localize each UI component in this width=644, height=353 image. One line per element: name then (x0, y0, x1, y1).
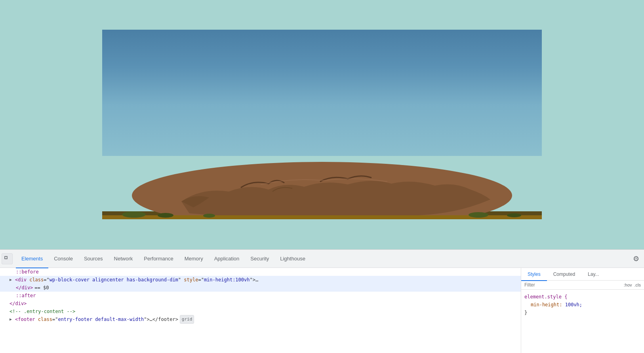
tab-security[interactable]: Security (245, 250, 274, 268)
grid-badge: grid (180, 315, 194, 324)
tab-application[interactable]: Application (209, 250, 245, 268)
tab-elements[interactable]: Elements (16, 250, 48, 268)
hov-button[interactable]: :hov (624, 283, 632, 287)
styles-panel: Styles Computed Lay... :hov .cls element… (521, 268, 644, 353)
svg-point-5 (469, 212, 488, 218)
styles-tab-styles[interactable]: Styles (521, 268, 547, 281)
styles-tab-layout[interactable]: Lay... (581, 268, 605, 281)
styles-tab-computed[interactable]: Computed (547, 268, 581, 281)
styles-filter-bar: :hov .cls (521, 281, 644, 290)
tab-sources[interactable]: Sources (78, 250, 109, 268)
styles-content-area: element.style { min-height: 100vh; } (521, 290, 644, 353)
dom-line-div-close: </div> == $0 (0, 284, 521, 292)
image-sky (102, 30, 542, 156)
browser-viewport (0, 0, 644, 249)
dom-line-comment: <!-- .entry-content --> (0, 307, 521, 315)
svg-point-6 (507, 213, 521, 217)
svg-point-7 (203, 214, 215, 218)
devtools-content-area: ::before ▶ <div class="wp-block-cover al… (0, 268, 644, 353)
tab-network[interactable]: Network (109, 250, 139, 268)
tab-memory[interactable]: Memory (179, 250, 209, 268)
page-preview-image (102, 30, 542, 224)
dom-line-div-cover[interactable]: ▶ <div class="wp-block-cover aligncenter… (0, 276, 521, 284)
image-rock (102, 156, 542, 214)
styles-tabs-bar: Styles Computed Lay... (521, 268, 644, 281)
svg-point-3 (122, 211, 146, 218)
dom-line-before: ::before (0, 268, 521, 276)
svg-point-4 (158, 213, 173, 218)
element-style-rule: element.style { min-height: 100vh; } (524, 293, 641, 317)
cls-button[interactable]: .cls (634, 283, 641, 287)
tab-performance[interactable]: Performance (138, 250, 179, 268)
dom-line-after: ::after (0, 292, 521, 300)
tab-lighthouse[interactable]: Lighthouse (274, 250, 311, 268)
dom-line-div-close2: </div> (0, 300, 521, 307)
devtools-settings-button[interactable]: ⚙ (630, 252, 642, 265)
dom-tree-panel[interactable]: ::before ▶ <div class="wp-block-cover al… (0, 268, 521, 353)
devtools-tabs-bar: Elements Console Sources Network Perform… (0, 250, 644, 268)
expand-triangle-footer-icon[interactable]: ▶ (10, 315, 14, 323)
devtools-element-picker[interactable] (2, 253, 13, 264)
devtools-panel: Elements Console Sources Network Perform… (0, 249, 644, 353)
tab-console[interactable]: Console (48, 250, 78, 268)
svg-rect-8 (5, 256, 7, 259)
expand-triangle-icon[interactable]: ▶ (10, 276, 14, 284)
dom-line-footer[interactable]: ▶ <footer class="entry-footer default-ma… (0, 315, 521, 323)
styles-filter-input[interactable] (524, 282, 622, 288)
